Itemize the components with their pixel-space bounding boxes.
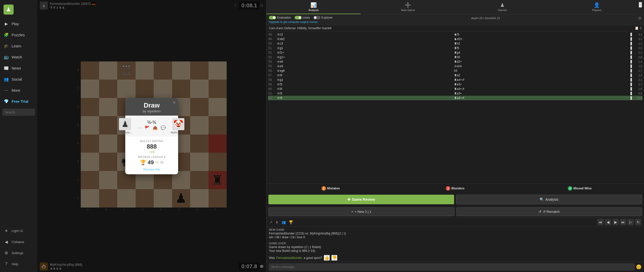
move-black-0[interactable]: ♞f3 — [453, 32, 630, 37]
move-black-6[interactable]: ♜d2+ — [453, 60, 630, 64]
bullet-rating-change: +19 — [129, 150, 175, 154]
move-black-5[interactable]: ♜h5 — [453, 55, 630, 59]
move-white-8[interactable]: ♔xg6 — [276, 69, 453, 73]
opening-info-icon[interactable]: ℹ — [640, 26, 641, 30]
move-black-8[interactable]: h5 — [453, 69, 630, 73]
move-row-3: 51. ♔g1 ♜f5 2.0 — [268, 46, 642, 50]
move-black-11[interactable]: ♜a3+ — [453, 82, 630, 86]
sidebar-item-more[interactable]: ⋯ More — [0, 85, 37, 96]
group-icon[interactable]: 👥 — [281, 220, 286, 225]
rematch-button[interactable]: ↺ ↺ Rematch — [456, 207, 642, 216]
move-black-4[interactable]: ♜g4 — [453, 51, 630, 55]
logo[interactable]: ♟ — [0, 2, 19, 17]
opening-copy-icon[interactable]: 📋 — [635, 26, 639, 30]
board-area: ♟ Fermatslastblunder (2207) 🇩🇪 ♜♜♝♞♟ ⏱ 0… — [37, 0, 266, 272]
move-row-6: 54. ♔d4 ♜d2+ 1.4 — [268, 59, 642, 64]
trophy-icon-btn[interactable]: 🏆 — [288, 220, 294, 225]
move-black-13[interactable]: ♜a3+ — [453, 91, 630, 95]
sidebar-item-settings[interactable]: ⚙ Settings — [0, 247, 37, 258]
explorer-toggle[interactable]: Explorer — [313, 16, 333, 19]
tab-analysis[interactable]: 📊 Analysis — [266, 0, 361, 14]
sidebar-item-collapse[interactable]: ◀ Collapse — [0, 236, 37, 247]
nav-play-button[interactable]: ▷ — [627, 219, 634, 225]
move-black-7[interactable]: ♔xh4 — [453, 64, 630, 68]
move-black-9[interactable]: ♜a2 — [453, 73, 630, 77]
sidebar-item-learn[interactable]: 🎓 Learn — [0, 40, 37, 51]
panel-close-button[interactable]: × — [639, 2, 642, 8]
move-white-4[interactable]: ♔f1+ — [276, 51, 453, 55]
move-white-13[interactable]: ♔f3 — [276, 91, 453, 95]
move-black-14[interactable]: ♜a4+↺ — [453, 96, 630, 100]
sidebar-item-social[interactable]: 👥 Social — [0, 74, 37, 85]
sidebar-item-play[interactable]: ▶ Play — [0, 18, 37, 29]
learn-icon: 🎓 — [4, 43, 9, 49]
move-white-10[interactable]: ♔g1 — [276, 78, 453, 82]
move-black-12[interactable]: ♜a4+↺ — [453, 87, 630, 91]
thumbs-up-button[interactable]: 👍 — [324, 255, 330, 261]
move-white-14[interactable]: ♔f4 — [276, 96, 453, 100]
move-white-5[interactable]: ♔g1+ — [276, 55, 453, 59]
emoji-button[interactable]: 😊 — [636, 264, 641, 270]
move-black-3[interactable]: ♜f5 — [453, 46, 630, 50]
nav-next-button[interactable]: ▶ — [612, 219, 619, 225]
move-black-10[interactable]: ♜a4+↺ — [453, 78, 630, 82]
search-input[interactable] — [3, 109, 35, 116]
modal-opt-dots[interactable]: ⋯ — [137, 125, 143, 131]
move-white-3[interactable]: ♔g1 — [276, 46, 453, 50]
modal-opt-share[interactable]: 📤 — [152, 125, 159, 131]
tab-games[interactable]: ♟ Games — [455, 0, 550, 14]
modal-close-button[interactable]: × — [173, 100, 176, 105]
move-white-12[interactable]: ♔f4 — [276, 87, 453, 91]
nav-prev-button[interactable]: ◀ — [605, 219, 611, 225]
lines-toggle[interactable]: Lines — [295, 16, 310, 19]
download-icon[interactable]: ⬇ — [275, 220, 279, 225]
move-white-7[interactable]: ♔e5 — [276, 64, 453, 68]
moves-list: 48. ♔c2 ♞f3 3.3 49. ♔xb2 ♞xf2+ 3.1 50. ♔… — [266, 31, 644, 183]
evaluation-toggle[interactable]: Evaluation — [269, 16, 291, 19]
new-game-button[interactable]: + + New 2 | 1 — [268, 207, 454, 216]
thumbs-down-button[interactable]: 👎 — [331, 255, 337, 261]
modal-opt-chat[interactable]: 💬 — [160, 125, 167, 131]
move-row-8: 56. ♔xg6 h5 1.7 — [268, 69, 642, 73]
blunders-badge[interactable]: 2 Blunders — [393, 185, 517, 192]
modal-subtitle: by repetition — [128, 109, 176, 113]
move-white-11[interactable]: ♔f3 — [276, 82, 453, 86]
games-tab-icon: ♟ — [500, 2, 505, 8]
move-white-1[interactable]: ♔xb2 — [276, 37, 453, 41]
move-black-1[interactable]: ♞xf2+ — [453, 37, 630, 41]
engine-settings-icon[interactable]: ⚙ — [638, 16, 641, 20]
analysis-button[interactable]: 🔍 Analysis — [456, 195, 642, 204]
sidebar-item-help[interactable]: ? Help — [0, 258, 37, 269]
sidebar-item-free-trial[interactable]: 💎 Free Trial — [0, 96, 37, 107]
nav-flip-button[interactable]: ↻ — [635, 219, 641, 225]
move-white-6[interactable]: ♔d4 — [276, 60, 453, 64]
sportsmanship-player-link[interactable]: Fermatslastblunder — [276, 256, 302, 260]
game-review-button[interactable]: ✚ Game Review — [268, 195, 454, 204]
share-controls: ↗ ⬇ 👥 🏆 ⏮ ◀ ▶ ⏭ ▷ ↻ — [266, 218, 644, 226]
move-white-0[interactable]: ♔c2 — [276, 32, 453, 37]
upgrade-link[interactable]: Upgrade — [269, 20, 279, 23]
remove-ads-link[interactable]: Remove Ads — [129, 166, 175, 171]
nav-last-button[interactable]: ⏭ — [620, 219, 626, 225]
blunders-count: 2 — [446, 186, 450, 191]
tab-players[interactable]: 👤 Players — [550, 0, 644, 14]
modal-title: Draw — [128, 101, 176, 109]
move-white-2[interactable]: ♔c3 — [276, 42, 453, 46]
sidebar-item-watch[interactable]: 📺 Watch — [0, 51, 37, 62]
sidebar-item-light-ui[interactable]: ☀ Light UI — [0, 225, 37, 236]
missed-wins-badge[interactable]: 0 Missed Wins — [517, 185, 642, 192]
move-white-9[interactable]: ♔f4 — [276, 73, 453, 77]
mistakes-badge[interactable]: 2 Mistakes — [268, 185, 393, 192]
share-icon[interactable]: ↗ — [269, 220, 273, 225]
modal-overlay: Draw by repetition × ♟ Fermatslas... ½-½… — [37, 0, 266, 272]
chat-input[interactable] — [269, 263, 634, 270]
tab-new-game[interactable]: ➕ New Game — [361, 0, 455, 14]
nav-first-button[interactable]: ⏮ — [597, 219, 604, 225]
explorer-toggle-dot — [313, 16, 320, 19]
modal-opt-flag[interactable]: 🚩 — [144, 125, 151, 131]
sidebar-item-news[interactable]: 📰 News — [0, 62, 37, 74]
sidebar-item-puzzles[interactable]: 🧩 Puzzles — [0, 29, 37, 40]
info-icon[interactable]: ℹ — [164, 155, 166, 159]
move-black-2[interactable]: ♜h2 — [453, 42, 630, 46]
bronze-rank: #2 — [160, 161, 164, 164]
